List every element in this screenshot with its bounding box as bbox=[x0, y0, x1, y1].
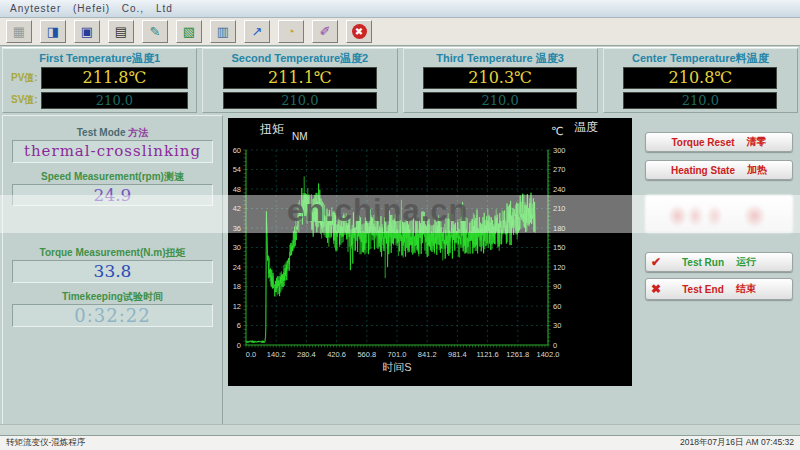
test-end-button[interactable]: ✖ Test End 结束 bbox=[645, 278, 793, 300]
torque-reset-button[interactable]: Torque Reset 清零 bbox=[645, 132, 793, 152]
svg-text:120: 120 bbox=[553, 263, 566, 272]
svg-text:280.4: 280.4 bbox=[297, 350, 316, 359]
torque-temperature-chart: 0612182430364248546003060901201501802102… bbox=[228, 118, 632, 386]
chart-icon[interactable]: ▧ bbox=[176, 20, 202, 43]
pv-display: 211.1℃ bbox=[223, 67, 377, 89]
heating-state-button[interactable]: Heating State 加热 bbox=[645, 160, 793, 180]
svg-text:1121.6: 1121.6 bbox=[476, 350, 498, 359]
pv-label: PV值: bbox=[11, 71, 38, 85]
timekeeping-group: Timekeeping试验时间 0:32:22 bbox=[3, 290, 222, 327]
svg-text:240: 240 bbox=[553, 185, 566, 194]
svg-text:48: 48 bbox=[233, 185, 241, 194]
temp-panel-title: Third Temperature 温度3 bbox=[412, 51, 589, 65]
settings-icon[interactable]: ▥ bbox=[210, 20, 236, 43]
data-table-icon[interactable]: ▤ bbox=[108, 20, 134, 43]
svg-text:30: 30 bbox=[553, 321, 561, 330]
timekeeping-value: 0:32:22 bbox=[12, 304, 213, 327]
status-bar: 转矩流变仪-混炼程序 2018年07月16日 AM 07:45:32 bbox=[0, 436, 800, 450]
chart-svg: 0612182430364248546003060901201501802102… bbox=[228, 118, 632, 386]
alarm-icon[interactable]: ◔ bbox=[278, 20, 304, 43]
svg-text:1402.0: 1402.0 bbox=[537, 350, 560, 359]
svg-text:24: 24 bbox=[233, 263, 241, 272]
svg-text:温度: 温度 bbox=[574, 120, 598, 134]
print-icon[interactable]: ✎ bbox=[142, 20, 168, 43]
open-icon[interactable]: ◨ bbox=[40, 20, 66, 43]
sv-label: SV值: bbox=[11, 93, 38, 107]
svg-text:270: 270 bbox=[553, 165, 566, 174]
window-title: Anytester (Hefei) Co., Ltd bbox=[10, 3, 173, 14]
temperature-panels: First Temperature温度1 PV值:211.8℃ SV值:210.… bbox=[2, 47, 798, 113]
svg-text:18: 18 bbox=[233, 282, 241, 291]
svg-text:36: 36 bbox=[233, 224, 241, 233]
svg-text:180: 180 bbox=[553, 224, 566, 233]
speed-label: Speed Measurement(rpm) bbox=[41, 171, 164, 182]
svg-text:150: 150 bbox=[553, 243, 566, 252]
test-mode-label: Test Mode bbox=[77, 127, 126, 138]
torque-value: 33.8 bbox=[12, 260, 213, 283]
test-run-button[interactable]: ✔ Test Run 运行 bbox=[645, 252, 793, 272]
sv-display: 210.0 bbox=[41, 92, 189, 109]
blurred-button[interactable] bbox=[645, 195, 793, 233]
measurement-panel: Test Mode 方法 thermal-crosslinking Speed … bbox=[2, 115, 223, 426]
svg-text:扭矩: 扭矩 bbox=[259, 122, 284, 136]
system-icon[interactable]: ▦ bbox=[6, 20, 32, 43]
torque-group: Torque Measurement(N.m)扭矩 33.8 bbox=[3, 246, 222, 283]
svg-text:140.2: 140.2 bbox=[267, 350, 286, 359]
pv-display: 211.8℃ bbox=[41, 67, 189, 89]
svg-text:1261.8: 1261.8 bbox=[506, 350, 529, 359]
test-mode-field: thermal-crosslinking bbox=[12, 140, 213, 163]
speed-value: 24.9 bbox=[12, 184, 213, 206]
save-icon[interactable]: ▣ bbox=[74, 20, 100, 43]
pv-display: 210.3℃ bbox=[423, 67, 577, 89]
control-panel: Torque Reset 清零 Heating State 加热 ✔ Test … bbox=[638, 115, 798, 426]
svg-text:0: 0 bbox=[237, 341, 241, 350]
timekeeping-label: Timekeeping bbox=[62, 291, 123, 302]
sv-display: 210.0 bbox=[223, 92, 377, 109]
bottom-strip bbox=[0, 424, 800, 436]
status-program-name: 转矩流变仪-混炼程序 bbox=[6, 437, 85, 449]
sv-display: 210.0 bbox=[423, 92, 577, 109]
svg-text:6: 6 bbox=[237, 321, 241, 330]
toolbar: ▦ ◨ ▣ ▤ ✎ ▧ ▥ ↗ ◔ ✐ ✖ bbox=[0, 18, 800, 46]
check-icon: ✔ bbox=[651, 255, 661, 269]
title-bar: Anytester (Hefei) Co., Ltd bbox=[0, 0, 800, 18]
calibrate-icon[interactable]: ✐ bbox=[312, 20, 338, 43]
svg-text:210: 210 bbox=[553, 204, 566, 213]
app-window: Anytester (Hefei) Co., Ltd ▦ ◨ ▣ ▤ ✎ ▧ ▥… bbox=[0, 0, 800, 450]
svg-text:℃: ℃ bbox=[551, 125, 563, 137]
temp-panel-title: First Temperature温度1 bbox=[11, 51, 188, 65]
svg-text:560.8: 560.8 bbox=[357, 350, 376, 359]
temp-panel-title: Second Temperature温度2 bbox=[211, 51, 388, 65]
svg-text:420.6: 420.6 bbox=[327, 350, 346, 359]
exit-icon[interactable]: ✖ bbox=[346, 20, 372, 43]
temp-panel-first: First Temperature温度1 PV值:211.8℃ SV值:210.… bbox=[2, 48, 197, 113]
torque-label: Torque Measurement(N.m) bbox=[40, 247, 166, 258]
svg-text:NM: NM bbox=[292, 131, 308, 142]
cross-icon: ✖ bbox=[651, 282, 661, 296]
svg-text:30: 30 bbox=[233, 243, 241, 252]
temp-panel-third: Third Temperature 温度3 210.3℃ 210.0 bbox=[403, 48, 598, 113]
svg-text:60: 60 bbox=[553, 302, 561, 311]
temp-panel-title: Center Temperature料温度 bbox=[612, 51, 789, 65]
svg-text:841.2: 841.2 bbox=[418, 350, 437, 359]
svg-text:60: 60 bbox=[233, 146, 241, 155]
svg-text:12: 12 bbox=[233, 302, 241, 311]
svg-text:981.4: 981.4 bbox=[448, 350, 467, 359]
svg-text:0: 0 bbox=[553, 341, 557, 350]
svg-text:42: 42 bbox=[233, 204, 241, 213]
test-mode-group: Test Mode 方法 thermal-crosslinking bbox=[3, 126, 222, 163]
sv-display: 210.0 bbox=[623, 92, 777, 109]
svg-text:701.0: 701.0 bbox=[388, 350, 407, 359]
svg-text:90: 90 bbox=[553, 282, 561, 291]
svg-text:54: 54 bbox=[233, 165, 241, 174]
svg-text:时间S: 时间S bbox=[382, 361, 411, 373]
temp-panel-center: Center Temperature料温度 210.8℃ 210.0 bbox=[603, 48, 798, 113]
svg-text:300: 300 bbox=[553, 146, 566, 155]
status-datetime: 2018年07月16日 AM 07:45:32 bbox=[680, 437, 794, 449]
speed-group: Speed Measurement(rpm)测速 24.9 bbox=[3, 170, 222, 206]
temp-panel-second: Second Temperature温度2 211.1℃ 210.0 bbox=[202, 48, 397, 113]
svg-text:0.0: 0.0 bbox=[246, 350, 256, 359]
pv-display: 210.8℃ bbox=[623, 67, 777, 89]
export-icon[interactable]: ↗ bbox=[244, 20, 270, 43]
